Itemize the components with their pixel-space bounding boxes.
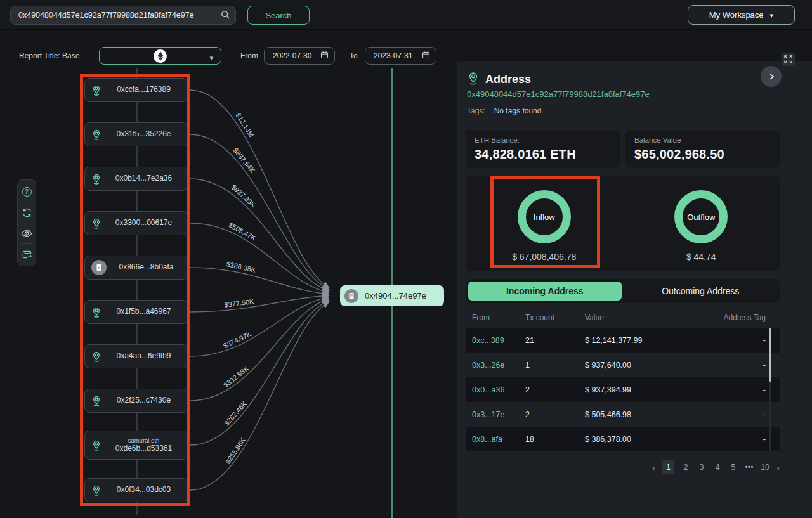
scrollbar-thumb[interactable] bbox=[769, 328, 771, 382]
graph-node[interactable]: 0xccfa...176389 bbox=[84, 78, 188, 102]
graph-node-label: samurai.eth0xde6b...d53361 bbox=[107, 437, 181, 453]
pagination-ellipsis[interactable]: ••• bbox=[745, 463, 754, 472]
address-pin-icon bbox=[91, 440, 102, 451]
tab-outcoming-address[interactable]: Outcoming Address bbox=[624, 282, 778, 301]
pagination-next[interactable] bbox=[776, 463, 780, 472]
search-input[interactable] bbox=[10, 6, 236, 25]
address-value[interactable]: 0x49048044d57e1c92a77f79988d21fa8faf74e9… bbox=[467, 89, 650, 99]
expand-icon[interactable] bbox=[782, 53, 795, 66]
hide-icon[interactable] bbox=[21, 228, 32, 239]
pagination-page[interactable]: 5 bbox=[729, 463, 738, 472]
graph-node[interactable]: 0x0f34...03dc03 bbox=[84, 478, 188, 502]
graph-node-label: 0x866e...8b0afa bbox=[112, 263, 181, 272]
center-node-label: 0x4904...74e97e bbox=[365, 291, 426, 301]
column-header: Tx count bbox=[525, 313, 585, 326]
search-button[interactable]: Search bbox=[247, 6, 310, 25]
graph-node[interactable]: 0x1f5b...a46967 bbox=[84, 300, 188, 324]
graph-node[interactable]: 0x2f25...c7430e bbox=[84, 389, 188, 413]
pagination: 12345•••10 bbox=[652, 460, 780, 474]
outflow-value: $ 44.74 bbox=[686, 252, 716, 262]
address-panel: Address 0x49048044d57e1c92a77f79988d21fa… bbox=[457, 61, 812, 518]
row-tx-count: 1 bbox=[525, 361, 585, 370]
chain-select[interactable] bbox=[99, 47, 221, 65]
graph-node[interactable]: 0x31f5...35226e bbox=[84, 122, 188, 146]
graph-node-label: 0xccfa...176389 bbox=[107, 86, 181, 94]
tags-row: Tags: No tags found bbox=[467, 107, 541, 115]
from-date-value: 2022-07-30 bbox=[273, 51, 311, 60]
row-value: $ 505,466.98 bbox=[585, 410, 723, 419]
address-pin-icon bbox=[91, 396, 102, 406]
address-pin-icon bbox=[91, 85, 102, 96]
graph-node-label: 0x1f5b...a46967 bbox=[107, 308, 181, 316]
pagination-prev[interactable] bbox=[652, 463, 655, 472]
graph-node[interactable]: samurai.eth0xde6b...d53361 bbox=[84, 431, 188, 460]
pagination-page[interactable]: 2 bbox=[681, 463, 690, 472]
graph-node[interactable]: 0xa4aa...6e9fb9 bbox=[84, 344, 188, 368]
address-pin-icon bbox=[91, 351, 102, 362]
flow-card: Inflow $ 67,008,406.78 Outflow $ 44.74 bbox=[466, 176, 780, 271]
row-from-address[interactable]: 0x8...afa bbox=[466, 435, 525, 444]
outflow-label: Outflow bbox=[687, 212, 715, 222]
panel-header: Address bbox=[467, 72, 531, 87]
table-header: FromTx countValueAddress Tag bbox=[466, 313, 780, 326]
graph-node[interactable]: 0x866e...8b0afa bbox=[84, 256, 188, 280]
help-icon[interactable] bbox=[21, 186, 32, 197]
eth-balance-label: ETH Balance: bbox=[475, 136, 611, 144]
save-export-icon[interactable] bbox=[21, 249, 32, 260]
column-header: From bbox=[466, 313, 525, 326]
graph-nodes: 0xccfa...1763890x31f5...35226e0x0b14...7… bbox=[0, 0, 457, 518]
outflow-section: Outflow $ 44.74 bbox=[623, 176, 780, 271]
search-icon[interactable] bbox=[221, 10, 230, 22]
workspace-button-label: My Workspace bbox=[709, 10, 764, 20]
from-date-input[interactable]: 2022-07-30 bbox=[264, 47, 335, 65]
app-root: Search My Workspace Report Title: Base F… bbox=[0, 0, 812, 518]
balance-value-card: Balance Value $65,002,968.50 bbox=[625, 130, 780, 168]
outflow-donut[interactable]: Outflow bbox=[674, 190, 728, 243]
refresh-icon[interactable] bbox=[21, 207, 32, 218]
chevron-down-icon bbox=[770, 10, 774, 20]
inflow-section: Inflow $ 67,008,406.78 bbox=[466, 176, 623, 271]
table-row: 0x0...a362$ 937,394.99- bbox=[466, 377, 780, 402]
center-node[interactable]: 0x4904...74e97e bbox=[340, 285, 444, 306]
table-row: 0x8...afa18$ 386,378.00- bbox=[466, 427, 780, 451]
graph-node[interactable]: 0x3300...00617e bbox=[84, 211, 188, 235]
row-tx-count: 21 bbox=[525, 336, 585, 345]
chevron-down-icon bbox=[209, 51, 213, 63]
row-value: $ 937,394.99 bbox=[585, 385, 723, 394]
inflow-label: Inflow bbox=[534, 212, 555, 222]
row-value: $ 386,378.00 bbox=[585, 435, 723, 444]
row-from-address[interactable]: 0xc...389 bbox=[466, 336, 525, 345]
toolbar-divider bbox=[22, 243, 32, 244]
pagination-page[interactable]: 4 bbox=[713, 463, 722, 472]
collapse-panel-button[interactable] bbox=[761, 66, 782, 87]
tab-incoming-address[interactable]: Incoming Address bbox=[468, 282, 622, 301]
to-date-input[interactable]: 2023-07-31 bbox=[365, 47, 436, 65]
graph-node-label: 0x3300...00617e bbox=[107, 219, 181, 228]
tags-value: No tags found bbox=[494, 107, 542, 115]
address-pin-icon bbox=[91, 174, 102, 185]
row-from-address[interactable]: 0x0...a36 bbox=[466, 385, 525, 394]
table-scrollbar bbox=[769, 328, 771, 451]
inflow-value: $ 67,008,406.78 bbox=[512, 252, 576, 262]
workspace-button[interactable]: My Workspace bbox=[688, 5, 795, 25]
row-from-address[interactable]: 0x3...17e bbox=[466, 410, 525, 419]
address-pin-icon bbox=[91, 307, 102, 318]
address-pin-icon bbox=[91, 218, 102, 229]
graph-node[interactable]: 0x0b14...7e2a36 bbox=[84, 167, 188, 191]
balance-value-label: Balance Value bbox=[634, 136, 771, 144]
eth-balance-card: ETH Balance: 34,828.0161 ETH bbox=[466, 130, 620, 168]
toolbar-divider bbox=[22, 202, 32, 202]
topbar: Search My Workspace bbox=[0, 0, 812, 30]
contract-icon bbox=[344, 289, 358, 303]
to-label: To bbox=[350, 51, 358, 60]
row-tx-count: 2 bbox=[525, 410, 585, 419]
pagination-page[interactable]: 3 bbox=[697, 463, 706, 472]
inflow-donut[interactable]: Inflow bbox=[518, 190, 571, 243]
row-tx-count: 2 bbox=[525, 385, 585, 394]
row-value: $ 12,141,377.99 bbox=[585, 336, 723, 345]
row-from-address[interactable]: 0x3...26e bbox=[466, 361, 525, 370]
table-row: 0xc...38921$ 12,141,377.99- bbox=[466, 328, 780, 353]
pagination-page[interactable]: 10 bbox=[761, 463, 769, 472]
pagination-page[interactable]: 1 bbox=[662, 460, 674, 474]
graph-node-label: 0x0f34...03dc03 bbox=[107, 486, 181, 495]
